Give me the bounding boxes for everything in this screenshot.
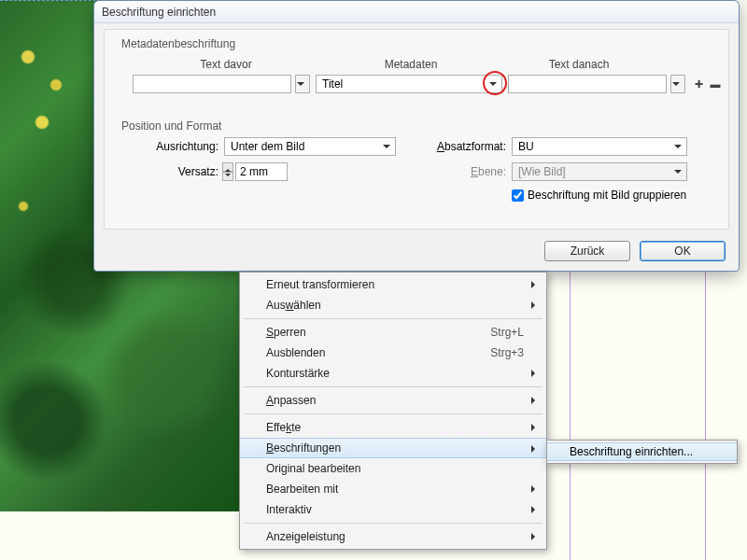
group-metadata-label: Metadatenbeschriftung	[121, 37, 235, 50]
submenu-item-setup-caption[interactable]: Beschriftung einrichten...	[547, 442, 737, 461]
metadata-value: Titel	[322, 77, 343, 91]
submenu-item-label: Beschriftung einrichten...	[570, 445, 693, 458]
menu-item[interactable]: Bearbeiten mit	[240, 479, 546, 499]
dialog-titlebar[interactable]: Beschriftung einrichten	[94, 1, 739, 23]
group-position-label: Position und Format	[121, 119, 221, 133]
menu-item-label: Effekte	[266, 421, 301, 434]
dialog-body: Metadatenbeschriftung Text davor Metadat…	[104, 29, 729, 230]
menu-separator	[244, 318, 543, 319]
menu-item-label: Konturstärke	[266, 367, 330, 380]
context-menu: Erneut transformierenAuswählenSperrenStr…	[239, 272, 547, 550]
text-after-input[interactable]	[508, 75, 667, 93]
menu-shortcut: Strg+L	[490, 326, 524, 339]
alignment-label: Ausrichtung:	[142, 140, 218, 153]
menu-item-label: Sperren	[266, 326, 306, 339]
menu-separator	[244, 386, 543, 387]
menu-item-label: Ausblenden	[266, 346, 325, 359]
menu-item[interactable]: Erneut transformieren	[240, 274, 546, 295]
menu-item[interactable]: Effekte	[240, 417, 546, 438]
menu-shortcut: Strg+3	[490, 346, 524, 359]
paraformat-dropdown[interactable]: BU	[512, 137, 687, 156]
submenu-arrow-icon	[531, 301, 539, 309]
menu-item[interactable]: SperrenStrg+L	[240, 322, 546, 343]
submenu-arrow-icon	[531, 424, 539, 431]
menu-item-label: Anzeigeleistung	[266, 530, 345, 543]
captions-submenu: Beschriftung einrichten...	[546, 440, 738, 464]
group-with-image-label: Beschriftung mit Bild gruppieren	[528, 189, 686, 202]
remove-row-button[interactable]: ▬	[708, 77, 723, 91]
text-before-menu-button[interactable]	[295, 75, 310, 93]
menu-item[interactable]: Original bearbeiten	[240, 458, 546, 479]
dialog-title: Beschriftung einrichten	[102, 6, 216, 19]
alignment-dropdown[interactable]: Unter dem Bild	[224, 137, 396, 156]
layer-dropdown: [Wie Bild]	[512, 162, 687, 181]
offset-spinner[interactable]	[222, 162, 233, 181]
metadata-dropdown[interactable]: Titel	[316, 75, 502, 93]
menu-item-label: Interaktiv	[266, 503, 312, 516]
menu-item[interactable]: Auswählen	[240, 295, 546, 315]
menu-item-label: Erneut transformieren	[266, 278, 374, 291]
menu-item-label: Auswählen	[266, 299, 321, 312]
menu-item[interactable]: Anzeigeleistung	[240, 526, 546, 547]
group-with-image-checkbox[interactable]: Beschriftung mit Bild gruppieren	[512, 189, 686, 202]
ok-button[interactable]: OK	[640, 241, 726, 261]
submenu-arrow-icon	[531, 533, 539, 540]
col-after-label: Text danach	[523, 58, 635, 71]
col-meta-label: Metadaten	[355, 58, 467, 71]
menu-item[interactable]: Anpassen	[240, 390, 546, 411]
submenu-arrow-icon	[531, 370, 539, 377]
layer-label: Ebene:	[420, 165, 506, 178]
paraformat-label: AAbsatzformat:bsatzformat:	[420, 140, 506, 153]
offset-label: Versatz:	[142, 165, 218, 178]
caption-setup-dialog: Beschriftung einrichten Metadatenbeschri…	[93, 0, 740, 272]
group-with-image-input[interactable]	[512, 189, 524, 202]
paraformat-value: BU	[518, 140, 534, 153]
submenu-arrow-icon	[531, 281, 539, 288]
text-before-input[interactable]	[133, 75, 291, 93]
menu-item-label: Anpassen	[266, 394, 316, 407]
col-before-label: Text davor	[170, 58, 282, 71]
menu-separator	[244, 413, 543, 414]
back-button[interactable]: Zurück	[544, 241, 630, 261]
layer-value: [Wie Bild]	[518, 165, 566, 178]
submenu-arrow-icon	[531, 506, 539, 513]
submenu-arrow-icon	[531, 485, 539, 493]
menu-item[interactable]: AusblendenStrg+3	[240, 343, 546, 363]
menu-item-label: Original bearbeiten	[266, 462, 360, 475]
menu-item-label: Bearbeiten mit	[266, 483, 338, 496]
menu-item-label: Beschriftungen	[266, 441, 341, 455]
add-row-button[interactable]: ✚	[691, 77, 706, 91]
submenu-arrow-icon	[531, 397, 539, 404]
menu-item[interactable]: Konturstärke	[240, 363, 546, 384]
alignment-value: Unter dem Bild	[231, 140, 304, 153]
text-after-menu-button[interactable]	[670, 75, 685, 93]
submenu-arrow-icon	[531, 445, 539, 453]
menu-item[interactable]: Interaktiv	[240, 499, 546, 520]
menu-item[interactable]: Beschriftungen	[240, 438, 546, 458]
dialog-button-row: Zurück OK	[544, 241, 726, 261]
offset-input[interactable]	[235, 162, 288, 181]
menu-separator	[244, 523, 543, 524]
